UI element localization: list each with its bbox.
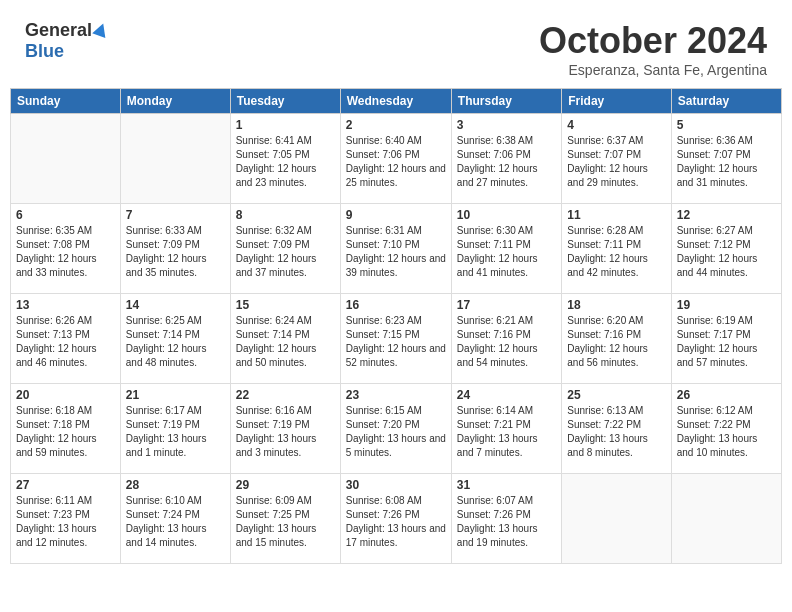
day-number: 30 <box>346 478 446 492</box>
day-info: Sunrise: 6:24 AM Sunset: 7:14 PM Dayligh… <box>236 314 335 370</box>
day-number: 2 <box>346 118 446 132</box>
day-number: 12 <box>677 208 776 222</box>
day-info: Sunrise: 6:23 AM Sunset: 7:15 PM Dayligh… <box>346 314 446 370</box>
day-info: Sunrise: 6:15 AM Sunset: 7:20 PM Dayligh… <box>346 404 446 460</box>
day-info: Sunrise: 6:20 AM Sunset: 7:16 PM Dayligh… <box>567 314 665 370</box>
calendar-day-cell: 8Sunrise: 6:32 AM Sunset: 7:09 PM Daylig… <box>230 204 340 294</box>
calendar-day-cell: 28Sunrise: 6:10 AM Sunset: 7:24 PM Dayli… <box>120 474 230 564</box>
day-number: 4 <box>567 118 665 132</box>
calendar-day-header: Friday <box>562 89 671 114</box>
calendar-day-cell: 18Sunrise: 6:20 AM Sunset: 7:16 PM Dayli… <box>562 294 671 384</box>
calendar-day-header: Sunday <box>11 89 121 114</box>
day-info: Sunrise: 6:07 AM Sunset: 7:26 PM Dayligh… <box>457 494 556 550</box>
day-number: 26 <box>677 388 776 402</box>
calendar-day-cell: 20Sunrise: 6:18 AM Sunset: 7:18 PM Dayli… <box>11 384 121 474</box>
day-number: 7 <box>126 208 225 222</box>
day-info: Sunrise: 6:37 AM Sunset: 7:07 PM Dayligh… <box>567 134 665 190</box>
calendar-day-cell: 23Sunrise: 6:15 AM Sunset: 7:20 PM Dayli… <box>340 384 451 474</box>
calendar-day-cell: 30Sunrise: 6:08 AM Sunset: 7:26 PM Dayli… <box>340 474 451 564</box>
day-number: 27 <box>16 478 115 492</box>
day-number: 29 <box>236 478 335 492</box>
day-number: 28 <box>126 478 225 492</box>
day-number: 15 <box>236 298 335 312</box>
day-number: 20 <box>16 388 115 402</box>
day-number: 1 <box>236 118 335 132</box>
day-info: Sunrise: 6:12 AM Sunset: 7:22 PM Dayligh… <box>677 404 776 460</box>
day-number: 31 <box>457 478 556 492</box>
day-info: Sunrise: 6:21 AM Sunset: 7:16 PM Dayligh… <box>457 314 556 370</box>
calendar-day-cell: 9Sunrise: 6:31 AM Sunset: 7:10 PM Daylig… <box>340 204 451 294</box>
day-info: Sunrise: 6:13 AM Sunset: 7:22 PM Dayligh… <box>567 404 665 460</box>
calendar-day-cell: 7Sunrise: 6:33 AM Sunset: 7:09 PM Daylig… <box>120 204 230 294</box>
logo-blue: Blue <box>25 41 64 62</box>
calendar-day-cell <box>11 114 121 204</box>
day-info: Sunrise: 6:27 AM Sunset: 7:12 PM Dayligh… <box>677 224 776 280</box>
day-number: 17 <box>457 298 556 312</box>
calendar-day-header: Thursday <box>451 89 561 114</box>
calendar-day-cell: 3Sunrise: 6:38 AM Sunset: 7:06 PM Daylig… <box>451 114 561 204</box>
day-info: Sunrise: 6:14 AM Sunset: 7:21 PM Dayligh… <box>457 404 556 460</box>
day-number: 22 <box>236 388 335 402</box>
calendar-day-cell: 10Sunrise: 6:30 AM Sunset: 7:11 PM Dayli… <box>451 204 561 294</box>
day-info: Sunrise: 6:18 AM Sunset: 7:18 PM Dayligh… <box>16 404 115 460</box>
calendar-day-cell: 24Sunrise: 6:14 AM Sunset: 7:21 PM Dayli… <box>451 384 561 474</box>
day-info: Sunrise: 6:26 AM Sunset: 7:13 PM Dayligh… <box>16 314 115 370</box>
calendar-day-cell: 29Sunrise: 6:09 AM Sunset: 7:25 PM Dayli… <box>230 474 340 564</box>
day-info: Sunrise: 6:31 AM Sunset: 7:10 PM Dayligh… <box>346 224 446 280</box>
calendar-day-cell: 11Sunrise: 6:28 AM Sunset: 7:11 PM Dayli… <box>562 204 671 294</box>
calendar-day-cell: 1Sunrise: 6:41 AM Sunset: 7:05 PM Daylig… <box>230 114 340 204</box>
day-number: 16 <box>346 298 446 312</box>
day-number: 11 <box>567 208 665 222</box>
calendar-day-cell: 19Sunrise: 6:19 AM Sunset: 7:17 PM Dayli… <box>671 294 781 384</box>
calendar-day-cell: 16Sunrise: 6:23 AM Sunset: 7:15 PM Dayli… <box>340 294 451 384</box>
calendar-day-header: Saturday <box>671 89 781 114</box>
day-number: 6 <box>16 208 115 222</box>
calendar-day-cell: 31Sunrise: 6:07 AM Sunset: 7:26 PM Dayli… <box>451 474 561 564</box>
day-info: Sunrise: 6:11 AM Sunset: 7:23 PM Dayligh… <box>16 494 115 550</box>
calendar-table: SundayMondayTuesdayWednesdayThursdayFrid… <box>10 88 782 564</box>
day-info: Sunrise: 6:33 AM Sunset: 7:09 PM Dayligh… <box>126 224 225 280</box>
calendar-day-cell <box>120 114 230 204</box>
calendar-week-row: 27Sunrise: 6:11 AM Sunset: 7:23 PM Dayli… <box>11 474 782 564</box>
day-info: Sunrise: 6:40 AM Sunset: 7:06 PM Dayligh… <box>346 134 446 190</box>
calendar-day-cell: 6Sunrise: 6:35 AM Sunset: 7:08 PM Daylig… <box>11 204 121 294</box>
calendar-week-row: 13Sunrise: 6:26 AM Sunset: 7:13 PM Dayli… <box>11 294 782 384</box>
day-info: Sunrise: 6:35 AM Sunset: 7:08 PM Dayligh… <box>16 224 115 280</box>
calendar-day-cell: 17Sunrise: 6:21 AM Sunset: 7:16 PM Dayli… <box>451 294 561 384</box>
calendar-day-cell: 12Sunrise: 6:27 AM Sunset: 7:12 PM Dayli… <box>671 204 781 294</box>
calendar-day-cell: 14Sunrise: 6:25 AM Sunset: 7:14 PM Dayli… <box>120 294 230 384</box>
calendar-week-row: 6Sunrise: 6:35 AM Sunset: 7:08 PM Daylig… <box>11 204 782 294</box>
day-number: 5 <box>677 118 776 132</box>
calendar-day-cell: 26Sunrise: 6:12 AM Sunset: 7:22 PM Dayli… <box>671 384 781 474</box>
day-info: Sunrise: 6:38 AM Sunset: 7:06 PM Dayligh… <box>457 134 556 190</box>
day-number: 9 <box>346 208 446 222</box>
day-info: Sunrise: 6:09 AM Sunset: 7:25 PM Dayligh… <box>236 494 335 550</box>
day-info: Sunrise: 6:28 AM Sunset: 7:11 PM Dayligh… <box>567 224 665 280</box>
calendar-week-row: 1Sunrise: 6:41 AM Sunset: 7:05 PM Daylig… <box>11 114 782 204</box>
calendar-header-row: SundayMondayTuesdayWednesdayThursdayFrid… <box>11 89 782 114</box>
calendar-week-row: 20Sunrise: 6:18 AM Sunset: 7:18 PM Dayli… <box>11 384 782 474</box>
calendar-day-cell: 22Sunrise: 6:16 AM Sunset: 7:19 PM Dayli… <box>230 384 340 474</box>
title-block: October 2024 Esperanza, Santa Fe, Argent… <box>539 20 767 78</box>
day-number: 23 <box>346 388 446 402</box>
calendar-day-cell: 27Sunrise: 6:11 AM Sunset: 7:23 PM Dayli… <box>11 474 121 564</box>
calendar-day-cell <box>671 474 781 564</box>
day-info: Sunrise: 6:30 AM Sunset: 7:11 PM Dayligh… <box>457 224 556 280</box>
logo-text: General <box>25 20 108 41</box>
day-info: Sunrise: 6:36 AM Sunset: 7:07 PM Dayligh… <box>677 134 776 190</box>
logo: General Blue <box>25 20 108 62</box>
day-info: Sunrise: 6:19 AM Sunset: 7:17 PM Dayligh… <box>677 314 776 370</box>
page-header: General Blue October 2024 Esperanza, San… <box>10 10 782 83</box>
day-info: Sunrise: 6:32 AM Sunset: 7:09 PM Dayligh… <box>236 224 335 280</box>
day-info: Sunrise: 6:16 AM Sunset: 7:19 PM Dayligh… <box>236 404 335 460</box>
calendar-day-cell: 4Sunrise: 6:37 AM Sunset: 7:07 PM Daylig… <box>562 114 671 204</box>
day-info: Sunrise: 6:08 AM Sunset: 7:26 PM Dayligh… <box>346 494 446 550</box>
location-title: Esperanza, Santa Fe, Argentina <box>539 62 767 78</box>
day-number: 13 <box>16 298 115 312</box>
day-number: 14 <box>126 298 225 312</box>
day-number: 21 <box>126 388 225 402</box>
calendar-day-cell: 25Sunrise: 6:13 AM Sunset: 7:22 PM Dayli… <box>562 384 671 474</box>
calendar-day-cell <box>562 474 671 564</box>
calendar-day-cell: 13Sunrise: 6:26 AM Sunset: 7:13 PM Dayli… <box>11 294 121 384</box>
day-info: Sunrise: 6:41 AM Sunset: 7:05 PM Dayligh… <box>236 134 335 190</box>
